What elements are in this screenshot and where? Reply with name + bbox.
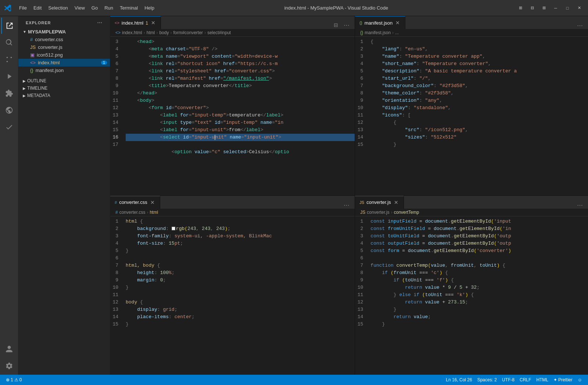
code-css[interactable]: html { background: rgb(243, 243, 243); f…: [124, 216, 355, 375]
close-button[interactable]: ✕: [574, 4, 584, 12]
status-spaces[interactable]: Spaces: 2: [475, 375, 499, 385]
outline-section[interactable]: ▶ OUTLINE: [18, 77, 110, 84]
editor-pane-manifest: {} manifest.json ✕ ⋯ {} manifest.json › …: [355, 16, 588, 195]
maximize-button[interactable]: □: [562, 4, 573, 12]
code-area-html[interactable]: 3 4 5 6 7 8 9 10 11 12 13 14 15 16: [110, 37, 355, 195]
tab-manifest-label: manifest.json: [365, 20, 393, 26]
status-prettier[interactable]: ✦ Prettier: [551, 375, 575, 385]
tab-overflow-manifest[interactable]: ⋯: [574, 22, 586, 29]
tab-js-label: converter.js: [366, 199, 391, 205]
sidebar-header: EXPLORER ⋯: [18, 16, 110, 28]
html-tab-icon: <>: [115, 21, 119, 25]
menu-selection[interactable]: Selection: [45, 4, 71, 12]
status-encoding[interactable]: UTF-8: [500, 375, 517, 385]
grid-icon[interactable]: ⊞: [539, 4, 549, 12]
prettier-text: Prettier: [558, 377, 573, 382]
filename-html: index.html: [38, 60, 60, 65]
tab-close-js[interactable]: ✕: [393, 199, 399, 205]
code-area-js[interactable]: 1 2 3 4 5 6 7 8 9 10 11 12 13 14: [355, 216, 588, 375]
sidebar-file-html[interactable]: <> index.html 1: [18, 59, 110, 66]
activity-search[interactable]: [1, 35, 17, 51]
menu-view[interactable]: View: [72, 4, 88, 12]
breadcrumb-css-selector[interactable]: html: [150, 210, 158, 215]
editor-pane-js: JS converter.js ✕ ⋯ JS converter.js › co…: [355, 196, 588, 375]
status-line-ending[interactable]: CRLF: [517, 375, 533, 385]
tab-index-html[interactable]: <> index.html 1 ✕: [110, 16, 161, 29]
editor-area: <> index.html 1 ✕ ⊟ ⋯ <> index.html › ht…: [110, 16, 588, 375]
breadcrumb-body-tag[interactable]: body: [159, 30, 169, 35]
tab-close-css[interactable]: ✕: [150, 199, 155, 205]
breadcrumb-json-icon: {}: [360, 30, 363, 35]
sidebar-folder[interactable]: ▼ MYSAMPLEPWA: [18, 28, 110, 36]
split-editor-button[interactable]: ⊟: [332, 21, 340, 29]
activity-account[interactable]: [1, 341, 17, 357]
sidebar-file-js[interactable]: JS converter.js: [18, 43, 110, 51]
menu-file[interactable]: File: [16, 4, 30, 12]
activity-run[interactable]: [1, 68, 17, 84]
menu-run[interactable]: Run: [101, 4, 116, 12]
tab-converter-js[interactable]: JS converter.js ✕: [355, 196, 404, 209]
activity-test[interactable]: [1, 119, 17, 135]
feedback-icon: ☺: [578, 377, 582, 382]
timeline-chevron-icon: ▶: [23, 86, 26, 90]
tab-overflow-button[interactable]: ⋯: [341, 22, 352, 29]
sidebar-file-png[interactable]: ▣ icon512.png: [18, 51, 110, 59]
tab-modified-indicator: 1: [146, 20, 148, 26]
filename-js: converter.js: [38, 44, 62, 50]
svg-point-0: [6, 61, 8, 62]
breadcrumb-manifest-file[interactable]: manifest.json: [365, 30, 391, 35]
breadcrumb-file[interactable]: index.html: [122, 30, 142, 35]
minimize-button[interactable]: ─: [551, 4, 561, 12]
outline-chevron-icon: ▶: [23, 79, 26, 83]
tab-actions-html: ⊟ ⋯: [330, 21, 355, 29]
tab-close-html[interactable]: ✕: [150, 20, 156, 26]
tab-overflow-css[interactable]: ⋯: [341, 202, 352, 209]
breadcrumb-select-tag[interactable]: select#input: [207, 30, 231, 35]
code-html[interactable]: <head> <meta charset="UTF-8" /> <meta na…: [124, 37, 355, 195]
breadcrumb-css-file[interactable]: converter.css: [119, 210, 146, 215]
activity-explorer[interactable]: [1, 18, 17, 34]
status-errors[interactable]: ⊗ 1 ⚠ 0: [4, 375, 24, 385]
breadcrumb-form-tag[interactable]: form#converter: [173, 30, 203, 35]
tab-actions-css: ⋯: [338, 202, 355, 209]
code-area-css[interactable]: 1 2 3 4 5 6 7 8 9 10 11 12 13 14: [110, 216, 355, 375]
code-area-manifest[interactable]: 1 2 3 4 5 6 7 8 9 10 11 12 13 14: [355, 37, 588, 195]
sidebar-more-icon[interactable]: ⋯: [97, 20, 103, 26]
tab-overflow-js[interactable]: ⋯: [574, 202, 586, 209]
menu-edit[interactable]: Edit: [31, 4, 44, 12]
status-feedback[interactable]: ☺: [576, 375, 584, 385]
menu-go[interactable]: Go: [89, 4, 101, 12]
layout-icon[interactable]: ⊞: [515, 4, 526, 12]
error-icon: ⊗: [6, 377, 10, 382]
activity-settings[interactable]: [1, 358, 17, 374]
code-manifest[interactable]: { "lang": "en-us", "name": "Temperature …: [369, 37, 588, 195]
breadcrumb-manifest-dots[interactable]: ...: [395, 30, 399, 35]
warning-icon: ⚠: [14, 377, 18, 382]
metadata-section[interactable]: ▶ METADATA: [18, 92, 110, 99]
sidebar-file-json[interactable]: {} manifest.json: [18, 66, 110, 74]
html-file-icon: <>: [30, 60, 36, 65]
tab-close-manifest[interactable]: ✕: [395, 20, 401, 26]
timeline-section[interactable]: ▶ TIMELINE: [18, 84, 110, 92]
menu-terminal[interactable]: Terminal: [117, 4, 141, 12]
menu-help[interactable]: Help: [141, 4, 157, 12]
breadcrumb-js-file[interactable]: converter.js: [367, 210, 389, 215]
prettier-icon: ✦: [553, 377, 557, 382]
tab-manifest-json[interactable]: {} manifest.json ✕: [355, 16, 405, 29]
activity-source-control[interactable]: [1, 51, 17, 68]
tab-converter-css[interactable]: # converter.css ✕: [110, 196, 160, 209]
split-icon[interactable]: ⊟: [527, 4, 537, 12]
json-file-icon: {}: [30, 68, 33, 73]
sidebar-file-css[interactable]: # converter.css: [18, 36, 110, 43]
code-js[interactable]: const inputField = document.getElementBy…: [369, 216, 588, 375]
activity-extensions[interactable]: [1, 85, 17, 101]
warning-count: 0: [19, 377, 22, 382]
breadcrumb-js-icon: JS: [360, 210, 365, 215]
status-line-col[interactable]: Ln 16, Col 26: [444, 375, 474, 385]
status-language[interactable]: HTML: [534, 375, 551, 385]
breadcrumb-icon-html: <>: [115, 30, 121, 35]
editor-tabs-css: # converter.css ✕ ⋯: [110, 196, 355, 209]
breadcrumb-js-function[interactable]: convertTemp: [394, 210, 419, 215]
breadcrumb-html-tag[interactable]: html: [147, 30, 155, 35]
activity-remote[interactable]: [1, 102, 17, 118]
